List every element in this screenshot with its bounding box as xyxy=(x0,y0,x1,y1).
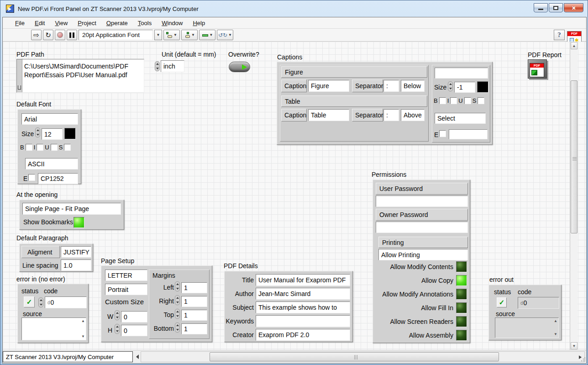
font-encoding-input[interactable]: CP1252 xyxy=(38,173,78,184)
table-position-ring[interactable]: Above xyxy=(401,109,425,121)
window-resize-grip[interactable] xyxy=(581,357,585,362)
figure-separator-input[interactable]: : xyxy=(383,80,399,92)
table-caption-input[interactable]: Table xyxy=(308,109,349,121)
horizontal-scroll-thumb[interactable] xyxy=(210,352,499,361)
font-selector[interactable]: 20pt Application Font xyxy=(79,30,153,40)
allow-assembly-led[interactable] xyxy=(456,330,467,341)
keywords-input[interactable] xyxy=(256,315,350,327)
scroll-left-icon[interactable] xyxy=(136,354,139,359)
scroll-down-icon[interactable]: ▼ xyxy=(81,335,85,339)
menu-window[interactable]: Window xyxy=(157,20,188,26)
caption-font-size-spinner[interactable] xyxy=(448,81,453,91)
margin-bottom-input[interactable]: 1 xyxy=(181,323,207,334)
printing-ring[interactable]: Allow Printing xyxy=(378,249,468,260)
menu-edit[interactable]: Edit xyxy=(30,20,50,26)
strike-checkbox[interactable] xyxy=(478,97,484,104)
creator-input[interactable]: Exaprom PDF 2.0 xyxy=(256,329,350,341)
alignment-ring[interactable]: JUSTIFY xyxy=(61,246,91,258)
error-in-code-input[interactable]: d0 xyxy=(45,296,87,308)
allow-screen-readers-led[interactable] xyxy=(456,316,467,327)
menu-operate[interactable]: Operate xyxy=(101,20,133,26)
unit-ring[interactable]: inch xyxy=(161,60,184,72)
caption-charset-ring[interactable]: Select xyxy=(435,113,486,124)
italic-checkbox[interactable] xyxy=(450,97,457,104)
menu-file[interactable]: File xyxy=(10,20,30,26)
user-password-input[interactable] xyxy=(376,196,468,207)
font-size-input[interactable]: 12 xyxy=(42,128,63,140)
horizontal-scrollbar[interactable] xyxy=(141,351,585,362)
font-charset-ring[interactable]: ASCII xyxy=(25,158,78,169)
font-selector-dropdown[interactable]: ▼ xyxy=(154,30,162,40)
allow-modify-contents-led[interactable] xyxy=(456,261,467,272)
allow-modify-annotations-led[interactable] xyxy=(456,289,467,300)
width-input[interactable]: 0 xyxy=(121,311,147,323)
caption-font-color-box[interactable] xyxy=(477,81,488,93)
scroll-up-button[interactable]: ▲ xyxy=(571,42,578,49)
distribute-objects-button[interactable]: ▼ xyxy=(181,30,198,40)
width-spinner[interactable] xyxy=(115,310,120,320)
align-objects-button[interactable]: ▼ xyxy=(163,30,180,40)
vertical-scrollbar[interactable]: ▲ ▼ xyxy=(570,42,578,350)
caption-encoding-checkbox[interactable] xyxy=(439,130,446,137)
subject-input[interactable]: This example shows how to xyxy=(256,302,350,313)
pause-button[interactable] xyxy=(67,30,77,40)
margin-top-input[interactable]: 1 xyxy=(181,310,207,321)
height-input[interactable]: 0 xyxy=(121,325,147,336)
margin-left-input[interactable]: 1 xyxy=(181,282,207,293)
author-input[interactable]: Jean-Marc Simard xyxy=(256,288,350,300)
titlebar[interactable]: New PDF.vi Front Panel on ZT Scanner 201… xyxy=(0,0,588,17)
execution-target-selector[interactable]: ZT Scanner 2013 V3.lvproj/My Computer xyxy=(3,351,133,362)
resize-objects-button[interactable]: ▼ xyxy=(199,30,215,40)
title-input[interactable]: User Manual for Exaprom PDF xyxy=(256,274,350,286)
caption-font-name-input[interactable] xyxy=(435,68,488,79)
pdf-report-refnum[interactable]: PDF xyxy=(528,59,547,79)
height-spinner[interactable] xyxy=(115,324,120,334)
table-separator-input[interactable]: : xyxy=(383,109,399,121)
show-bookmarks-led[interactable] xyxy=(74,217,84,228)
caption-font-size-input[interactable]: -1 xyxy=(454,82,475,93)
menu-project[interactable]: Project xyxy=(73,20,101,26)
font-size-spinner[interactable] xyxy=(35,127,40,138)
figure-caption-input[interactable]: Figure xyxy=(308,80,349,92)
margin-right-spinner[interactable] xyxy=(175,295,180,305)
close-button[interactable]: + xyxy=(564,3,583,12)
underline-checkbox[interactable] xyxy=(464,97,471,104)
bold-checkbox[interactable] xyxy=(26,144,32,151)
reorder-objects-button[interactable]: ↺↻▼ xyxy=(217,30,233,40)
bold-checkbox[interactable] xyxy=(439,97,446,104)
allow-copy-led[interactable] xyxy=(456,275,467,286)
caption-encoding-input[interactable] xyxy=(449,129,488,139)
run-button[interactable]: ⇨ xyxy=(31,30,42,40)
error-in-status-checkbox[interactable]: ✓ xyxy=(24,296,35,307)
menu-view[interactable]: View xyxy=(50,20,73,26)
figure-position-ring[interactable]: Below xyxy=(401,80,425,92)
margin-right-input[interactable]: 1 xyxy=(181,296,207,307)
scroll-down-button[interactable]: ▼ xyxy=(571,342,578,349)
allow-fill-in-led[interactable] xyxy=(456,302,467,313)
overwrite-switch[interactable] xyxy=(229,62,250,72)
orientation-ring[interactable]: Portrait xyxy=(105,284,147,295)
margin-left-spinner[interactable] xyxy=(175,281,180,291)
margin-bottom-spinner[interactable] xyxy=(175,323,180,333)
menu-help[interactable]: Help xyxy=(188,20,210,26)
scroll-up-icon[interactable]: ▲ xyxy=(81,319,85,323)
owner-password-input[interactable] xyxy=(376,222,468,233)
abort-button[interactable] xyxy=(55,30,65,40)
font-name-ring[interactable]: Arial xyxy=(21,113,78,125)
error-in-code-spinner[interactable] xyxy=(38,297,43,307)
italic-checkbox[interactable] xyxy=(37,144,43,151)
font-encoding-checkbox[interactable] xyxy=(28,174,35,181)
paper-size-ring[interactable]: LETTER xyxy=(105,270,147,281)
font-color-box[interactable] xyxy=(64,128,76,139)
line-spacing-input[interactable]: 1.0 xyxy=(61,259,91,271)
pdf-path-input[interactable]: C:\Users\JMSimard\Documents\PDF Report\E… xyxy=(16,59,144,93)
run-continuous-button[interactable]: ↻ xyxy=(43,30,53,40)
scroll-up-icon[interactable]: ▲ xyxy=(554,319,557,323)
minimize-button[interactable] xyxy=(534,3,548,12)
menu-tools[interactable]: Tools xyxy=(133,20,157,26)
path-browse-strip[interactable] xyxy=(17,59,22,92)
opening-view-ring[interactable]: Single Page - Fit Page xyxy=(22,203,121,215)
strike-checkbox[interactable] xyxy=(64,144,71,151)
margin-top-spinner[interactable] xyxy=(175,309,180,319)
error-in-source-input[interactable]: ▲ ▼ xyxy=(21,317,86,340)
